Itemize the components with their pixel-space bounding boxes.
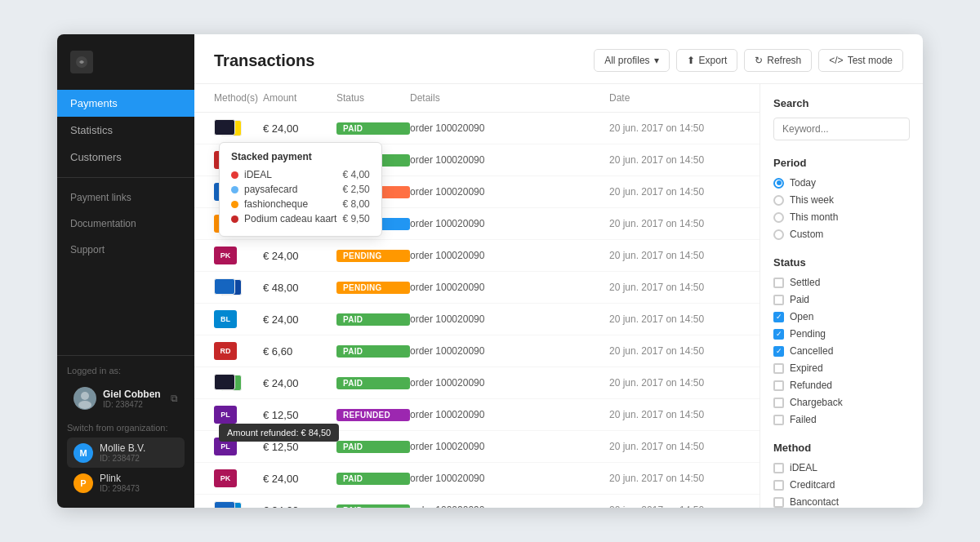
date-cell: 20 jun. 2017 on 14:50 [609, 504, 740, 508]
amount-cell: € 24,00 [263, 250, 336, 262]
org-name: Mollie B.V. [100, 442, 145, 454]
amount-cell: € 24,00 [263, 122, 336, 135]
details-cell: order 100020090 [410, 377, 609, 389]
tooltip-item-amount: € 2,50 [342, 184, 369, 195]
date-cell: 20 jun. 2017 on 14:50 [609, 409, 740, 420]
status-paid[interactable]: Paid [773, 294, 910, 305]
date-cell: 20 jun. 2017 on 14:50 [609, 282, 740, 293]
page-title: Transactions [214, 51, 314, 70]
period-today[interactable]: Today [773, 177, 910, 189]
table-row[interactable]: PK € 24,00 PENDING order 100020090 20 ju… [194, 240, 760, 272]
test-mode-button[interactable]: </> Test mode [818, 49, 903, 72]
period-custom-label: Custom [790, 229, 823, 240]
checkbox-chargeback [773, 398, 784, 408]
refresh-icon: ↻ [755, 55, 763, 66]
status-badge: PAID [336, 504, 410, 509]
date-cell: 20 jun. 2017 on 14:50 [609, 154, 740, 166]
method-icon: BL [214, 310, 237, 328]
tooltip-dot [231, 201, 238, 208]
table-row[interactable]: € 48,00 PENDING order 100020090 20 jun. … [194, 272, 760, 304]
date-cell: 20 jun. 2017 on 14:50 [609, 473, 740, 484]
table-row[interactable]: € 24,00 PAID order 100020090 20 jun. 201… [194, 495, 760, 508]
table-row[interactable]: € 24,00 PAID order 100020090 20 jun. 201… [194, 113, 760, 144]
status-badge: PAID [336, 122, 410, 135]
status-badge: PAID [336, 441, 410, 453]
amount-cell: € 24,00 [263, 473, 336, 485]
status-chargeback[interactable]: Chargeback [773, 397, 910, 408]
org-info-plink: Plink ID: 298473 [100, 473, 140, 493]
export-button[interactable]: ⬆ Export [676, 49, 738, 72]
method-icon [214, 501, 243, 508]
method-icon: PK [214, 469, 237, 487]
org-name: Plink [100, 473, 140, 484]
status-pending-label: Pending [790, 328, 826, 340]
method-ideal-label: iDEAL [790, 462, 817, 473]
user-info: Giel Cobben ID: 238472 [103, 389, 164, 409]
period-this-month[interactable]: This month [773, 211, 910, 223]
method-bancontact[interactable]: Bancontact [773, 496, 910, 508]
status-chargeback-label: Chargeback [790, 397, 843, 408]
details-cell: order 100020090 [410, 313, 609, 325]
status-settled[interactable]: Settled [773, 277, 910, 288]
org-id: ID: 238472 [100, 454, 145, 463]
details-cell: order 100020090 [410, 345, 609, 357]
date-cell: 20 jun. 2017 on 14:50 [609, 218, 740, 229]
search-input[interactable] [773, 118, 910, 140]
nav-item-statistics[interactable]: Statistics [57, 117, 194, 144]
profiles-button[interactable]: All profiles ▾ [594, 49, 669, 72]
checkbox-open: ✓ [773, 312, 784, 322]
org-item-mollie[interactable]: M Mollie B.V. ID: 238472 [67, 438, 185, 468]
status-cancelled[interactable]: ✓ Cancelled [773, 345, 910, 357]
status-failed-label: Failed [790, 414, 817, 425]
status-open-label: Open [790, 311, 813, 322]
code-icon: </> [829, 55, 843, 66]
table-row[interactable]: PK € 24,00 PAID order 100020090 20 jun. … [194, 463, 760, 495]
checkbox-pending: ✓ [773, 329, 784, 340]
table-row[interactable]: PL € 12,50 REFUNDED order 100020090 20 j… [194, 399, 760, 431]
method-section: Method iDEAL Creditcard Bancontact [773, 442, 910, 508]
org-item-plink[interactable]: P Plink ID: 298473 [67, 468, 185, 498]
nav-item-customers[interactable]: Customers [57, 144, 194, 171]
upload-icon: ⬆ [687, 55, 695, 66]
details-cell: order 100020090 [410, 409, 609, 420]
content-header: Transactions All profiles ▾ ⬆ Export ↻ R… [194, 34, 923, 84]
status-pending[interactable]: ✓ Pending [773, 328, 910, 340]
date-cell: 20 jun. 2017 on 14:50 [609, 122, 740, 134]
switch-org-label: Switch from organization: [67, 423, 185, 433]
table-row[interactable]: € 24,00 PAID order 100020090 20 jun. 201… [194, 367, 760, 399]
status-badge: PAID [336, 345, 410, 358]
radio-this-week [773, 195, 784, 206]
status-open[interactable]: ✓ Open [773, 311, 910, 322]
status-expired[interactable]: Expired [773, 362, 910, 374]
copy-icon[interactable]: ⧉ [171, 393, 178, 404]
current-user-card[interactable]: Giel Cobben ID: 238472 ⧉ [67, 382, 185, 415]
tooltip-item-amount: € 9,50 [342, 213, 369, 224]
table-row[interactable]: RD € 6,60 PAID order 100020090 20 jun. 2… [194, 335, 760, 367]
status-paid-label: Paid [790, 294, 809, 305]
details-cell: order 100020090 [410, 218, 609, 229]
tooltip-item-name: fashioncheque [244, 198, 308, 210]
nav-item-payment-links[interactable]: Payment links [57, 184, 194, 211]
nav-item-support[interactable]: Support [57, 237, 194, 263]
org-id: ID: 298473 [100, 484, 140, 493]
status-refunded[interactable]: Refunded [773, 380, 910, 391]
period-custom[interactable]: Custom [773, 229, 910, 240]
period-this-week[interactable]: This week [773, 194, 910, 206]
table-row[interactable]: BL € 24,00 PAID order 100020090 20 jun. … [194, 304, 760, 335]
status-badge: PAID [336, 377, 410, 389]
method-creditcard[interactable]: Creditcard [773, 479, 910, 491]
header-actions: All profiles ▾ ⬆ Export ↻ Refresh </> Te… [594, 49, 903, 72]
tooltip-dot [231, 186, 238, 193]
tooltip-dot [231, 215, 238, 223]
status-failed[interactable]: Failed [773, 414, 910, 425]
user-id: ID: 238472 [103, 400, 164, 409]
status-cancelled-label: Cancelled [790, 345, 833, 357]
refresh-button[interactable]: ↻ Refresh [744, 49, 812, 72]
method-ideal[interactable]: iDEAL [773, 462, 910, 473]
tooltip-row: Podium cadeau kaart € 9,50 [231, 213, 370, 224]
amount-cell: € 24,00 [263, 313, 336, 326]
method-icon [214, 374, 243, 392]
nav-item-payments[interactable]: Payments [57, 90, 194, 117]
chevron-down-icon: ▾ [654, 55, 659, 66]
nav-item-documentation[interactable]: Documentation [57, 211, 194, 237]
